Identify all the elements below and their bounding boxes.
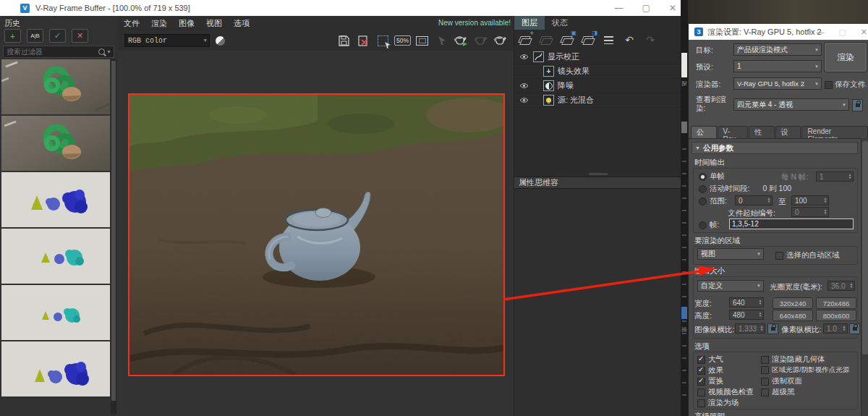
viewport-dropdown[interactable]: 四元菜单 4 - 透视▼ [733,98,849,111]
minimize-icon[interactable]: — [816,27,824,36]
render-teapot-icon[interactable] [493,33,508,48]
fit-to-window-icon[interactable] [414,33,430,48]
history-save-button[interactable]: + [4,29,21,43]
every-n-spinner[interactable]: 1▲▼ [816,171,854,182]
history-set-a-button[interactable]: ✓ [49,29,66,43]
single-frame-radio[interactable]: 单帧 [699,171,725,182]
undo-icon[interactable]: ↶ [622,33,637,46]
pixel-aspect-lock-icon[interactable] [849,323,860,334]
follow-mouse-icon[interactable] [434,33,449,48]
range-radio[interactable]: 范围: [699,196,727,206]
settings-scrollbar[interactable] [861,138,868,416]
height-spinner[interactable]: 480▲▼ [729,310,764,320]
menu-options[interactable]: 选项 [228,18,255,29]
force-two-sided-checkbox[interactable]: 强制双面 [761,376,802,386]
active-time-radio[interactable]: 活动时间段: 0 到 100 [699,184,791,194]
render-button[interactable]: 渲染 [825,43,867,72]
range-to-spinner[interactable]: 100▲▼ [791,195,829,205]
tab-performance[interactable]: 性能 [749,126,775,139]
frames-radio[interactable]: 帧: [699,220,719,230]
history-thumbnail-asphalt-1[interactable] [1,59,110,114]
history-ab-compare-button[interactable]: A|B [27,29,43,43]
display-correction-sphere-icon[interactable] [216,36,225,46]
layer-row-source-lightmix[interactable]: 源: 光混合 [514,93,681,108]
menu-image[interactable]: 图像 [173,18,200,29]
render-to-fields-checkbox[interactable]: 渲染为场 [697,398,739,408]
save-file-checkbox[interactable]: 保存文件 [825,80,865,90]
minimize-icon[interactable]: — [615,3,624,13]
layer-row-display-correction[interactable]: 显示校正 [514,50,681,64]
render-hidden-checkbox[interactable]: 渲染隐藏几何体 [761,355,825,365]
region-render-icon[interactable] [375,33,391,48]
chevron-down-icon[interactable]: ▼ [106,49,111,54]
panel-splitter[interactable] [514,171,681,177]
pixel-aspect-spinner[interactable]: 1.0▲▼ [823,323,848,334]
displacement-checkbox[interactable]: 置换 [697,376,723,386]
effects-checkbox[interactable]: 效果 [697,365,723,375]
preset-800x600-button[interactable]: 800x600 [816,310,856,321]
redo-icon[interactable]: ↷ [643,33,658,46]
preset-320x240-button[interactable]: 320x240 [773,297,813,309]
history-thumbnail-blobs-3[interactable] [1,285,110,340]
channel-dropdown[interactable]: RGB color▼ [124,34,210,47]
area-mode-dropdown[interactable]: 视图▼ [697,248,764,260]
save-layer-tree-icon[interactable]: ▣ [559,33,574,46]
viewport-lock-icon[interactable] [852,99,863,111]
atmospherics-checkbox[interactable]: 大气 [697,355,723,365]
history-remove-button[interactable]: ✕ [72,29,88,43]
target-dropdown[interactable]: 产品级渲染模式▼ [733,43,822,56]
preset-640x480-button[interactable]: 640x480 [773,310,813,321]
history-thumbnail-blobs-2[interactable] [1,229,110,284]
layer-list-icon[interactable] [601,33,616,46]
maximize-icon[interactable]: ▢ [838,27,846,37]
aperture-spinner[interactable]: 36.0▲▼ [827,281,855,291]
tab-vray[interactable]: V-Ray [718,126,749,139]
video-color-check-checkbox[interactable]: 视频颜色检查 [697,387,754,397]
vfb-titlebar[interactable]: V V-Ray Frame Buffer - [100.0% of 719 x … [0,0,681,16]
renderer-dropdown[interactable]: V-Ray GPU 5, hotfix 2▼ [733,77,822,90]
super-black-checkbox[interactable]: 超级黑 [761,387,795,397]
layer-row-denoiser[interactable]: 降噪 [514,79,681,93]
tab-status[interactable]: 状态 [545,16,575,30]
image-aspect-lock-icon[interactable] [767,323,778,334]
tab-common[interactable]: 公用 [691,126,717,139]
history-thumbnail-blobs-4[interactable] [1,341,110,396]
auto-region-checkbox[interactable]: 选择的自动区域 [775,250,840,260]
layer-row-lens-effects[interactable]: + 镜头效果 [514,64,681,79]
history-search[interactable]: ▼ [3,46,114,58]
search-input[interactable] [4,48,98,56]
save-file-browse-button[interactable]: ... [861,80,867,88]
history-thumbnail-blobs-1[interactable] [1,172,110,227]
menu-view[interactable]: 视图 [200,18,228,29]
new-version-link[interactable]: New version available! [438,19,511,27]
tab-layers[interactable]: 图层 [514,16,545,30]
preset-720x486-button[interactable]: 720x486 [816,297,856,309]
render-last-teapot-icon[interactable] [454,33,469,48]
close-icon[interactable]: ✕ [861,27,867,37]
image-aspect-spinner[interactable]: 1.333▲▼ [735,323,765,334]
maximize-icon[interactable]: ▢ [642,3,650,13]
frames-input[interactable]: 1,3,5-12 [729,218,854,229]
tab-render-elements[interactable]: Render Elements [801,126,868,139]
file-start-spinner[interactable]: 0▲▼ [791,207,829,217]
menu-render[interactable]: 渲染 [145,18,173,29]
save-image-icon[interactable] [336,33,352,48]
history-scrollbar[interactable] [111,59,116,414]
render-image[interactable] [128,93,505,376]
area-lights-checkbox[interactable]: 区域光源/阴影视作点光源 [761,365,849,375]
add-layer-icon[interactable]: + [517,33,532,46]
tab-settings[interactable]: 设置 [775,126,801,139]
range-from-spinner[interactable]: 0▲▼ [735,195,773,205]
zoom-level-button[interactable]: 50% [395,33,410,48]
output-mode-dropdown[interactable]: 自定义▼ [697,280,764,292]
width-spinner[interactable]: 640▲▼ [729,297,764,307]
load-layer-tree-icon[interactable]: ◨ [580,33,595,46]
history-thumbnail-asphalt-2[interactable] [1,116,110,171]
preset-dropdown[interactable]: 1▼ [733,60,822,72]
delete-layer-icon[interactable] [538,33,553,46]
close-icon[interactable]: ✕ [669,3,676,13]
menu-file[interactable]: 文件 [118,18,145,29]
abort-render-teapot-icon[interactable] [473,33,488,48]
common-parameters-rollout[interactable]: ▼公用参数 [692,142,858,154]
render-settings-titlebar[interactable]: 3 渲染设置: V-Ray GPU 5, hotfix 2 — ▢ ✕ [689,24,868,40]
